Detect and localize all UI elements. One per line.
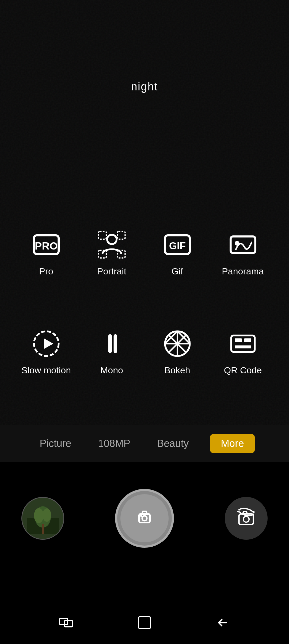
tab-picture[interactable]: Picture [34,434,77,453]
mode-grid-row2: Slow motion Mono Bokeh [0,329,289,376]
svg-rect-25 [235,346,251,348]
night-label: night [131,80,158,93]
mode-gif[interactable]: GIF Gif [147,230,207,277]
bokeh-icon [163,329,192,358]
pro-label: Pro [39,266,53,277]
svg-rect-41 [139,617,150,628]
svg-point-2 [107,235,116,244]
qr-code-icon [228,329,258,358]
svg-rect-29 [42,524,44,534]
portrait-icon [97,230,127,259]
svg-rect-14 [113,334,117,353]
svg-text:PRO: PRO [35,240,58,252]
svg-point-10 [235,241,239,246]
slow-motion-icon [32,329,61,358]
gif-label: Gif [172,266,183,277]
shutter-button[interactable] [115,489,174,548]
mode-portrait[interactable]: Portrait [82,230,142,277]
svg-rect-40 [64,620,73,627]
pro-icon: PRO [32,230,61,259]
svg-marker-38 [237,510,239,513]
camera-controls [0,473,289,564]
mode-pro[interactable]: PRO Pro [16,230,76,277]
svg-text:GIF: GIF [169,240,185,251]
gallery-thumbnail[interactable] [21,497,64,540]
svg-rect-22 [231,335,255,352]
svg-rect-24 [244,338,251,342]
nav-back-button[interactable] [212,612,234,633]
mode-slow-motion[interactable]: Slow motion [16,329,76,376]
nav-home-button[interactable] [134,612,155,633]
qr-code-label: QR Code [224,365,262,376]
mode-panorama[interactable]: Panorama [213,230,273,277]
mode-qr-code[interactable]: QR Code [213,329,273,376]
flip-camera-button[interactable] [225,497,268,540]
mode-mono[interactable]: Mono [82,329,142,376]
bokeh-label: Bokeh [164,365,190,376]
mode-grid: PRO Pro Portrait GIF Gif [0,230,289,277]
svg-point-31 [43,508,51,522]
system-nav-bar [0,601,289,644]
svg-marker-37 [253,511,255,513]
svg-rect-39 [60,618,68,625]
tab-more[interactable]: More [210,434,255,453]
tab-108mp[interactable]: 108MP [93,434,135,453]
svg-marker-12 [44,338,53,349]
mode-bokeh[interactable]: Bokeh [147,329,207,376]
svg-rect-13 [108,334,112,353]
viewfinder-noise [0,0,289,455]
portrait-label: Portrait [97,266,127,277]
svg-rect-3 [98,232,106,239]
viewfinder: night [0,0,289,455]
svg-rect-4 [117,232,125,239]
svg-rect-23 [235,338,242,342]
mono-label: Mono [100,365,123,376]
svg-point-36 [243,516,249,522]
svg-rect-34 [140,515,142,517]
nav-recents-button[interactable] [55,612,77,633]
camera-shutter-icon [131,504,158,532]
tab-beauty[interactable]: Beauty [152,434,194,453]
mono-icon [97,329,127,358]
slow-motion-label: Slow motion [21,365,71,376]
svg-point-33 [142,516,147,521]
panorama-icon [228,230,258,259]
svg-point-30 [34,508,44,523]
gif-icon: GIF [163,230,192,259]
panorama-label: Panorama [222,266,264,277]
bottom-tab-bar: Picture 108MP Beauty More [0,425,289,462]
